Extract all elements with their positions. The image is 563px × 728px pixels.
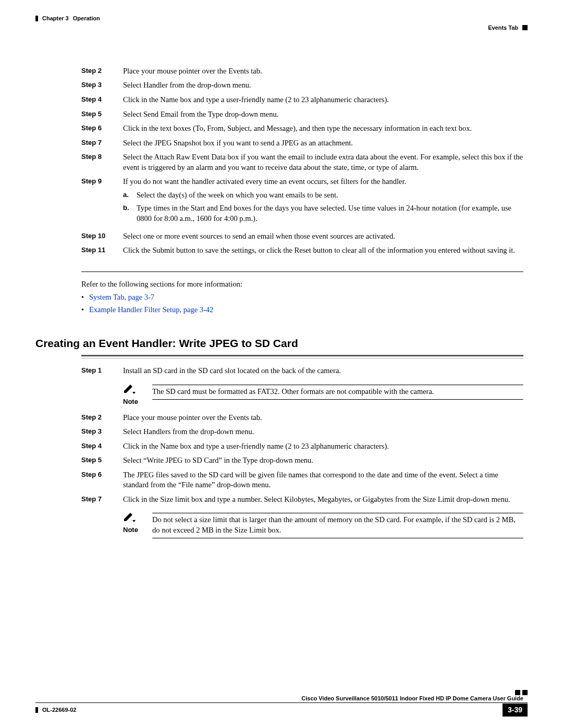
step-label: Step 3 (81, 80, 123, 95)
note-label: Note (123, 525, 138, 535)
refer-intro: Refer to the following sections for more… (81, 279, 523, 290)
steps-list-2a: Step 1Install an SD card in the SD card … (81, 366, 523, 380)
page: Chapter 3 Operation Events Tab Step 2Pla… (0, 0, 563, 728)
sub-step: a.Select the day(s) of the week on which… (123, 190, 523, 201)
step-body: Select Handlers from the drop-down menu. (123, 427, 523, 441)
header-left: Chapter 3 Operation (35, 15, 100, 22)
sub-step-text: Type times in the Start and End boxes fo… (137, 203, 523, 224)
step-body: Select “Write JPEG to SD Card” in the Ty… (123, 455, 523, 470)
note-text: The SD card must be formatted as FAT32. … (152, 387, 434, 396)
step-label: Step 11 (81, 245, 123, 260)
step-row: Step 5Select Send Email from the Type dr… (81, 109, 523, 124)
step-body: Click in the Size limit box and type a n… (123, 495, 523, 509)
step-body: Click in the Name box and type a user-fr… (123, 441, 523, 456)
chapter-number: Chapter 3 (42, 15, 69, 22)
note-pencil-icon (123, 384, 137, 397)
note-text: Do not select a size limit that is large… (152, 515, 516, 534)
page-footer: Cisco Video Surveillance 5010/5011 Indoo… (35, 685, 528, 717)
step-label: Step 2 (81, 413, 123, 427)
step-body: If you do not want the handler activated… (123, 177, 523, 231)
running-header: Chapter 3 Operation Events Tab (35, 15, 528, 32)
step-row: Step 2Place your mouse pointer over the … (81, 413, 523, 427)
step-row: Step 9If you do not want the handler act… (81, 177, 523, 231)
sub-step: b.Type times in the Start and End boxes … (123, 203, 523, 224)
step-label: Step 5 (81, 109, 123, 124)
note-2: Note Do not select a size limit that is … (123, 513, 523, 538)
note-1-wrap: Note The SD card must be formatted as FA… (81, 380, 523, 409)
section-name: Events Tab (488, 24, 518, 32)
bullet-icon: • (81, 305, 84, 315)
step-body: Select the JPEG Snapshot box if you want… (123, 138, 523, 153)
heading-rule (81, 355, 523, 359)
step-label: Step 1 (81, 366, 123, 380)
step-label: Step 10 (81, 231, 123, 246)
sub-step-letter: a. (123, 190, 131, 201)
step-row: Step 11Click the Submit button to save t… (81, 245, 523, 260)
note-label: Note (123, 397, 138, 406)
step-body: Select Handler from the drop-down menu. (123, 80, 523, 95)
step-row: Step 6Click in the text boxes (To, From,… (81, 124, 523, 138)
step-body: Select Send Email from the Type drop-dow… (123, 109, 523, 124)
step-label: Step 8 (81, 152, 123, 177)
step-row: Step 10Select one or more event sources … (81, 231, 523, 246)
footer-left: OL-22669-02 (35, 706, 76, 714)
book-title: Cisco Video Surveillance 5010/5011 Indoo… (35, 695, 528, 702)
step-body: Click in the text boxes (To, From, Subje… (123, 124, 523, 138)
step-label: Step 4 (81, 441, 123, 456)
note-2-wrap: Note Do not select a size limit that is … (81, 509, 523, 547)
header-bar-decoration (35, 16, 38, 21)
cross-ref-link[interactable]: System Tab, page 3-7 (89, 292, 154, 303)
section-heading: Creating an Event Handler: Write JPEG to… (35, 336, 523, 351)
refer-link-item: •Example Handler Filter Setup, page 3-42 (81, 305, 523, 315)
header-square-decoration (522, 25, 528, 30)
note-1: Note The SD card must be formatted as FA… (123, 385, 523, 400)
bullet-icon: • (81, 293, 84, 303)
footer-bar-decoration (35, 707, 38, 713)
doc-id: OL-22669-02 (42, 706, 76, 714)
step-body: Select one or more event sources to send… (123, 231, 523, 246)
sub-step-text: Select the day(s) of the week on which y… (137, 190, 338, 201)
step-label: Step 6 (81, 124, 123, 138)
step-row: Step 1Install an SD card in the SD card … (81, 366, 523, 380)
step-body: Select the Attach Raw Event Data box if … (123, 152, 523, 177)
step-label: Step 4 (81, 95, 123, 109)
step-label: Step 7 (81, 138, 123, 153)
step-label: Step 6 (81, 470, 123, 495)
sub-step-letter: b. (123, 203, 131, 224)
step-row: Step 7Select the JPEG Snapshot box if yo… (81, 138, 523, 153)
step-row: Step 4Click in the Name box and type a u… (81, 95, 523, 109)
step-body: The JPEG files saved to the SD card will… (123, 470, 523, 495)
step-row: Step 4Click in the Name box and type a u… (81, 441, 523, 456)
step-body: Place your mouse pointer over the Events… (123, 66, 523, 81)
step-label: Step 5 (81, 455, 123, 470)
page-number: 3-39 (503, 704, 528, 717)
steps-list-1: Step 2Place your mouse pointer over the … (81, 66, 523, 260)
cross-ref-link[interactable]: Example Handler Filter Setup, page 3-42 (89, 305, 213, 315)
main-content: Step 2Place your mouse pointer over the … (35, 66, 528, 547)
step-row: Step 7Click in the Size limit box and ty… (81, 495, 523, 509)
step-label: Step 2 (81, 66, 123, 81)
step-row: Step 3Select Handler from the drop-down … (81, 80, 523, 95)
refer-link-item: •System Tab, page 3-7 (81, 292, 523, 303)
step-label: Step 3 (81, 427, 123, 441)
step-row: Step 6The JPEG files saved to the SD car… (81, 470, 523, 495)
step-body: Click in the Name box and type a user-fr… (123, 95, 523, 109)
step-label: Step 7 (81, 495, 123, 509)
refer-links-list: •System Tab, page 3-7•Example Handler Fi… (81, 292, 523, 315)
step-body: Click the Submit button to save the sett… (123, 245, 523, 260)
step-body: Install an SD card in the SD card slot l… (123, 366, 523, 380)
step-body: Place your mouse pointer over the Events… (123, 413, 523, 427)
step-row: Step 3Select Handlers from the drop-down… (81, 427, 523, 441)
step-row: Step 5Select “Write JPEG to SD Card” in … (81, 455, 523, 470)
step-label: Step 9 (81, 177, 123, 231)
step-row: Step 8Select the Attach Raw Event Data b… (81, 152, 523, 177)
header-right: Events Tab (488, 24, 528, 32)
steps-list-2b: Step 2Place your mouse pointer over the … (81, 413, 523, 509)
note-pencil-icon (123, 512, 137, 525)
chapter-title: Operation (73, 15, 100, 22)
step-row: Step 2Place your mouse pointer over the … (81, 66, 523, 81)
procedure-end-rule (81, 272, 523, 272)
